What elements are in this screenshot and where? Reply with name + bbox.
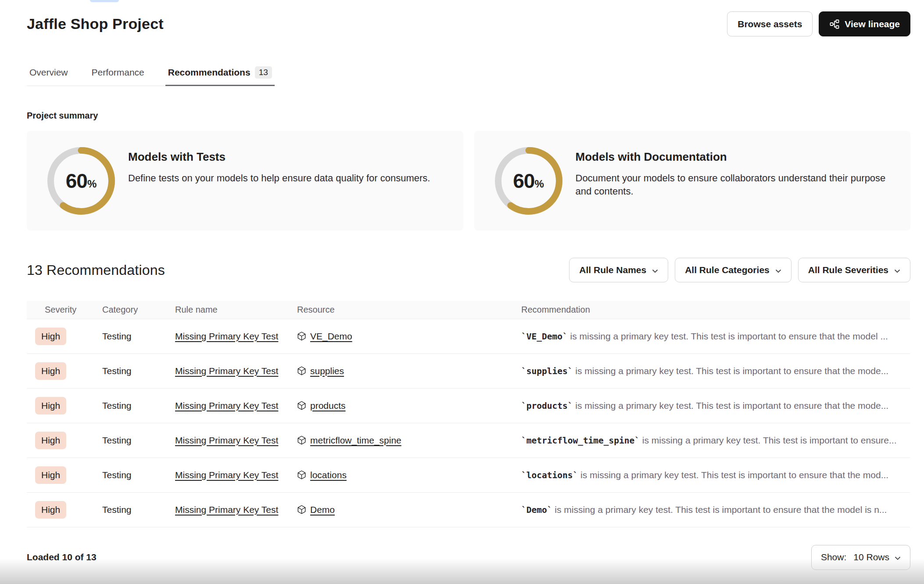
rule-name-link[interactable]: Missing Primary Key Test bbox=[175, 366, 278, 376]
tab-performance[interactable]: Performance bbox=[89, 64, 147, 86]
tab-recommendations-label: Recommendations bbox=[168, 67, 251, 78]
tab-recommendations[interactable]: Recommendations 13 bbox=[165, 64, 275, 86]
rule-name-link[interactable]: Missing Primary Key Test bbox=[175, 505, 278, 515]
browse-assets-button[interactable]: Browse assets bbox=[727, 11, 813, 36]
table-row: High Testing Missing Primary Key Test VE… bbox=[27, 319, 910, 353]
recommendation-cell: `Demo` is missing a primary key test. Th… bbox=[521, 492, 910, 527]
severity-badge: High bbox=[35, 501, 66, 519]
rule-names-filter[interactable]: All Rule Names bbox=[569, 258, 668, 282]
resource-link[interactable]: metricflow_time_spine bbox=[310, 435, 401, 446]
recommendation-text: is missing a primary key test. This test… bbox=[568, 331, 888, 341]
rule-name-link[interactable]: Missing Primary Key Test bbox=[175, 435, 278, 445]
header-actions: Browse assets View lineage bbox=[727, 11, 910, 36]
resource-link[interactable]: VE_Demo bbox=[310, 331, 352, 342]
recommendation-cell: `locations` is missing a primary key tes… bbox=[521, 458, 910, 492]
show-rows-dropdown[interactable]: Show: 10 Rows bbox=[811, 545, 910, 570]
resource-code: `products` bbox=[521, 401, 573, 411]
resource-code: `metricflow_time_spine` bbox=[521, 436, 640, 446]
recommendations-header: 13 Recommendations All Rule Names All Ru… bbox=[27, 258, 910, 282]
table-row: High Testing Missing Primary Key Test pr… bbox=[27, 388, 910, 423]
recommendation-cell: `metricflow_time_spine` is missing a pri… bbox=[521, 423, 910, 458]
chevron-down-icon bbox=[652, 265, 658, 275]
category-cell: Testing bbox=[102, 388, 175, 423]
project-summary-label: Project summary bbox=[27, 111, 910, 121]
donut-unit: % bbox=[87, 178, 97, 190]
tab-overview-label: Overview bbox=[29, 67, 68, 78]
severity-badge: High bbox=[35, 397, 66, 415]
rule-name-link[interactable]: Missing Primary Key Test bbox=[175, 470, 278, 480]
category-cell: Testing bbox=[102, 423, 175, 458]
recommendation-text: is missing a primary key test. This test… bbox=[573, 400, 888, 411]
rule-severities-filter[interactable]: All Rule Severities bbox=[798, 258, 910, 282]
rule-name-link[interactable]: Missing Primary Key Test bbox=[175, 331, 278, 341]
rule-categories-filter[interactable]: All Rule Categories bbox=[675, 258, 791, 282]
category-cell: Testing bbox=[102, 353, 175, 388]
severity-badge: High bbox=[35, 432, 66, 449]
tab-bar: Overview Performance Recommendations 13 bbox=[27, 64, 275, 86]
donut-value: 60 bbox=[66, 169, 87, 193]
cube-icon bbox=[297, 332, 306, 341]
chevron-down-icon bbox=[895, 552, 901, 562]
column-recommendation: Recommendation bbox=[521, 301, 910, 319]
tab-performance-label: Performance bbox=[92, 67, 144, 78]
column-resource: Resource bbox=[297, 301, 521, 319]
browse-assets-label: Browse assets bbox=[738, 19, 802, 29]
resource-code: `Demo` bbox=[521, 505, 552, 515]
card-text: Models with Documentation Document your … bbox=[576, 150, 909, 198]
table-header-row: Severity Category Rule name Resource Rec… bbox=[27, 301, 910, 319]
view-lineage-button[interactable]: View lineage bbox=[819, 11, 910, 36]
docs-donut-chart: 60 % bbox=[495, 147, 562, 215]
recommendation-text: is missing a primary key test. This test… bbox=[552, 505, 887, 515]
header: Jaffle Shop Project Browse assets View l… bbox=[27, 0, 910, 36]
severity-badge: High bbox=[35, 466, 66, 484]
recommendation-text: is missing a primary key test. This test… bbox=[640, 435, 896, 445]
column-category: Category bbox=[102, 301, 175, 319]
summary-cards: 60 % Models with Tests Define tests on y… bbox=[27, 131, 910, 231]
recommendation-cell: `products` is missing a primary key test… bbox=[521, 388, 910, 423]
card-text: Models with Tests Define tests on your m… bbox=[128, 150, 441, 185]
cube-icon bbox=[297, 401, 306, 410]
page: Jaffle Shop Project Browse assets View l… bbox=[0, 0, 924, 584]
cube-icon bbox=[297, 470, 306, 479]
column-rule-name: Rule name bbox=[175, 301, 297, 319]
cube-icon bbox=[297, 505, 306, 514]
table-row: High Testing Missing Primary Key Test lo… bbox=[27, 458, 910, 492]
table-row: High Testing Missing Primary Key Test su… bbox=[27, 353, 910, 388]
tab-overview[interactable]: Overview bbox=[27, 64, 71, 86]
category-cell: Testing bbox=[102, 458, 175, 492]
recommendation-text: is missing a primary key test. This test… bbox=[573, 366, 888, 376]
donut-unit: % bbox=[534, 178, 544, 190]
recommendation-text: is missing a primary key test. This test… bbox=[578, 470, 888, 480]
cube-icon bbox=[297, 436, 306, 445]
page-title: Jaffle Shop Project bbox=[27, 15, 164, 32]
resource-link[interactable]: supplies bbox=[310, 366, 344, 376]
loaded-count: Loaded 10 of 13 bbox=[27, 552, 97, 562]
card-title: Models with Documentation bbox=[576, 150, 898, 164]
card-description: Document your models to ensure collabora… bbox=[576, 172, 898, 198]
resource-code: `supplies` bbox=[521, 366, 573, 376]
donut-percentage: 60 % bbox=[495, 147, 562, 215]
filters: All Rule Names All Rule Categories All R… bbox=[569, 258, 910, 282]
chevron-down-icon bbox=[775, 265, 781, 275]
category-cell: Testing bbox=[102, 319, 175, 353]
resource-link[interactable]: locations bbox=[310, 470, 347, 480]
table-row: High Testing Missing Primary Key Test De… bbox=[27, 492, 910, 527]
filter-label: All Rule Categories bbox=[685, 265, 770, 275]
resource-code: `locations` bbox=[521, 470, 578, 480]
lineage-graph-icon bbox=[829, 19, 840, 29]
chevron-down-icon bbox=[894, 265, 900, 275]
table-footer: Loaded 10 of 13 Show: 10 Rows bbox=[27, 545, 910, 570]
filter-label: All Rule Severities bbox=[808, 265, 888, 275]
resource-link[interactable]: products bbox=[310, 400, 346, 411]
view-lineage-label: View lineage bbox=[845, 19, 900, 29]
models-with-documentation-card: 60 % Models with Documentation Document … bbox=[474, 131, 911, 231]
recommendations-count-badge: 13 bbox=[255, 66, 272, 79]
severity-badge: High bbox=[35, 362, 66, 380]
column-severity: Severity bbox=[27, 301, 102, 319]
rule-name-link[interactable]: Missing Primary Key Test bbox=[175, 400, 278, 411]
resource-link[interactable]: Demo bbox=[310, 505, 335, 515]
severity-badge: High bbox=[35, 328, 66, 345]
resource-code: `VE_Demo` bbox=[521, 332, 568, 342]
donut-percentage: 60 % bbox=[47, 147, 115, 215]
recommendation-cell: `VE_Demo` is missing a primary key test.… bbox=[521, 319, 910, 353]
